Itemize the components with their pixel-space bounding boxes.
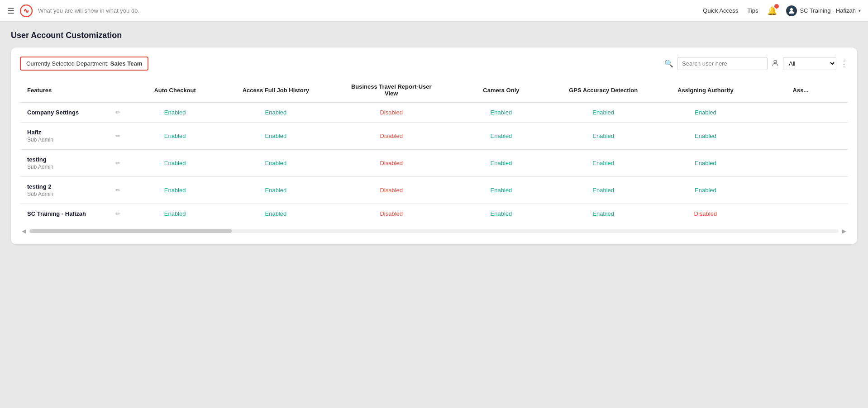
col-camera-only: Camera Only	[453, 78, 548, 103]
user-name: SC Training - Hafizah	[800, 7, 856, 14]
cell-access_full_job: Enabled	[223, 103, 329, 123]
row-user-name: testing	[27, 156, 112, 163]
cell-camera_only: Enabled	[453, 204, 548, 224]
more-options-icon[interactable]: ⋮	[840, 59, 848, 69]
cell-gps_accuracy: Enabled	[548, 123, 658, 150]
cell-access_full_job: Enabled	[223, 177, 329, 204]
cell-extra	[753, 123, 848, 150]
tagline: What you are will show in what you do.	[38, 7, 139, 14]
name-cell: testing Sub Admin ✏	[20, 150, 128, 177]
col-assigning-authority: Assigning Authority	[658, 78, 753, 103]
cell-business_travel: Disabled	[329, 103, 453, 123]
cell-access_full_job: Enabled	[223, 150, 329, 177]
cell-camera_only: Enabled	[453, 103, 548, 123]
col-business-travel: Business Travel Report-UserView	[329, 78, 453, 103]
row-user-name: SC Training - Hafizah	[27, 210, 112, 217]
cell-gps_accuracy: Enabled	[548, 204, 658, 224]
avatar	[786, 5, 797, 16]
main-card: Currently Selected Department: Sales Tea…	[11, 47, 857, 244]
cell-auto_checkout: Enabled	[128, 177, 223, 204]
edit-icon[interactable]: ✏	[115, 187, 120, 194]
row-user-name: testing 2	[27, 183, 112, 190]
user-profile[interactable]: SC Training - Hafizah ▾	[786, 5, 861, 16]
department-label: Currently Selected Department:	[26, 60, 109, 67]
row-user-role: Sub Admin	[27, 137, 112, 143]
chevron-down-icon: ▾	[858, 8, 861, 13]
col-access-full-job: Access Full Job History	[223, 78, 329, 103]
cell-business_travel: Disabled	[329, 150, 453, 177]
cell-access_full_job: Enabled	[223, 204, 329, 224]
svg-point-2	[774, 60, 777, 63]
table-row: testing Sub Admin ✏ EnabledEnabledDisabl…	[20, 150, 848, 177]
cell-extra	[753, 103, 848, 123]
name-cell: Company Settings ✏	[20, 103, 128, 123]
features-table: Features Auto Checkout Access Full Job H…	[20, 78, 848, 223]
table-row: testing 2 Sub Admin ✏ EnabledEnabledDisa…	[20, 177, 848, 204]
cell-extra	[753, 204, 848, 224]
search-input[interactable]	[677, 57, 768, 70]
notification-badge	[774, 4, 779, 9]
cell-business_travel: Disabled	[329, 177, 453, 204]
tips-link[interactable]: Tips	[747, 7, 758, 14]
scroll-right-icon[interactable]: ▶	[840, 227, 848, 235]
row-user-role: Sub Admin	[27, 191, 112, 197]
cell-auto_checkout: Enabled	[128, 123, 223, 150]
nav-right: Quick Access Tips 🔔 SC Training - Hafiza…	[703, 5, 861, 16]
cell-extra	[753, 177, 848, 204]
user-filter-icon	[771, 59, 779, 69]
table-row: Hafiz Sub Admin ✏ EnabledEnabledDisabled…	[20, 123, 848, 150]
nav-left: ☰ What you are will show in what you do.	[7, 5, 697, 17]
edit-icon[interactable]: ✏	[115, 109, 120, 116]
name-cell: Hafiz Sub Admin ✏	[20, 123, 128, 150]
row-user-name: Company Settings	[27, 109, 112, 116]
name-cell: testing 2 Sub Admin ✏	[20, 177, 128, 204]
table-wrapper[interactable]: Features Auto Checkout Access Full Job H…	[20, 78, 848, 223]
table-row: Company Settings ✏ EnabledEnabledDisable…	[20, 103, 848, 123]
cell-extra	[753, 150, 848, 177]
edit-icon[interactable]: ✏	[115, 160, 120, 166]
app-logo	[20, 5, 33, 17]
cell-business_travel: Disabled	[329, 204, 453, 224]
filter-select[interactable]: All Admin Sub Admin	[783, 57, 836, 70]
table-header-row: Features Auto Checkout Access Full Job H…	[20, 78, 848, 103]
cell-gps_accuracy: Enabled	[548, 103, 658, 123]
scroll-track	[29, 229, 839, 233]
col-extra: Ass...	[753, 78, 848, 103]
bell-notification[interactable]: 🔔	[767, 6, 777, 16]
edit-icon[interactable]: ✏	[115, 133, 120, 139]
quick-access-link[interactable]: Quick Access	[703, 7, 738, 14]
cell-assigning_authority: Enabled	[658, 177, 753, 204]
department-name: Sales Team	[110, 60, 143, 67]
cell-auto_checkout: Enabled	[128, 150, 223, 177]
cell-business_travel: Disabled	[329, 123, 453, 150]
cell-camera_only: Enabled	[453, 150, 548, 177]
search-icon[interactable]: 🔍	[664, 59, 673, 68]
col-auto-checkout: Auto Checkout	[128, 78, 223, 103]
cell-access_full_job: Enabled	[223, 123, 329, 150]
hamburger-icon[interactable]: ☰	[7, 6, 14, 16]
edit-icon[interactable]: ✏	[115, 210, 120, 217]
cell-gps_accuracy: Enabled	[548, 150, 658, 177]
table-footer: ◀ ▶	[20, 227, 848, 235]
scroll-thumb	[29, 229, 232, 233]
department-info: Currently Selected Department: Sales Tea…	[20, 57, 148, 71]
cell-assigning_authority: Disabled	[658, 204, 753, 224]
cell-auto_checkout: Enabled	[128, 103, 223, 123]
cell-assigning_authority: Enabled	[658, 123, 753, 150]
top-navigation: ☰ What you are will show in what you do.…	[0, 0, 868, 22]
cell-assigning_authority: Enabled	[658, 150, 753, 177]
row-user-name: Hafiz	[27, 129, 112, 136]
header-right: 🔍 All Admin Sub Admin ⋮	[664, 57, 848, 70]
cell-assigning_authority: Enabled	[658, 103, 753, 123]
row-user-role: Sub Admin	[27, 164, 112, 170]
cell-camera_only: Enabled	[453, 177, 548, 204]
name-cell: SC Training - Hafizah ✏	[20, 204, 128, 224]
table-row: SC Training - Hafizah ✏ EnabledEnabledDi…	[20, 204, 848, 224]
scroll-left-icon[interactable]: ◀	[20, 227, 28, 235]
page-content: User Account Customization Currently Sel…	[0, 22, 868, 253]
cell-auto_checkout: Enabled	[128, 204, 223, 224]
col-features: Features	[20, 78, 128, 103]
card-header: Currently Selected Department: Sales Tea…	[20, 57, 848, 71]
cell-camera_only: Enabled	[453, 123, 548, 150]
page-title: User Account Customization	[11, 31, 857, 40]
